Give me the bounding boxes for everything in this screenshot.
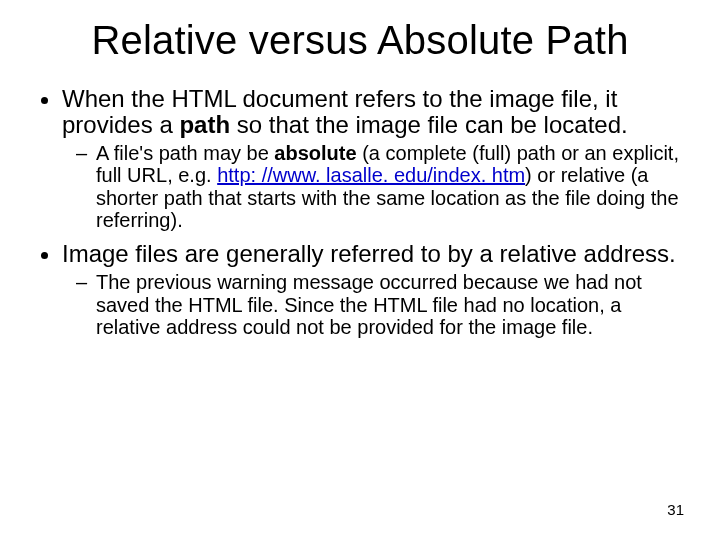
bullet-1: When the HTML document refers to the ima… <box>62 86 684 231</box>
page-number: 31 <box>667 501 684 518</box>
url-link[interactable]: http: //www. lasalle. edu/index. htm <box>217 164 525 186</box>
sub-bullet-1-bold: absolute <box>274 142 356 164</box>
sub-bullet-2-text: The previous warning message occurred be… <box>96 271 642 338</box>
slide-title: Relative versus Absolute Path <box>0 18 720 63</box>
bullet-2: Image files are generally referred to by… <box>62 241 684 338</box>
slide: Relative versus Absolute Path When the H… <box>0 0 720 540</box>
sub-bullet-2: The previous warning message occurred be… <box>96 271 684 338</box>
sub-bullet-1: A file's path may be absolute (a complet… <box>96 142 684 232</box>
sub-bullet-list-1: A file's path may be absolute (a complet… <box>62 142 684 232</box>
sub-bullet-1-pre: A file's path may be <box>96 142 274 164</box>
sub-bullet-list-2: The previous warning message occurred be… <box>62 271 684 338</box>
bullet-1-text-post: so that the image file can be located. <box>230 111 628 138</box>
bullet-2-text: Image files are generally referred to by… <box>62 240 676 267</box>
bullet-1-text-bold: path <box>179 111 230 138</box>
slide-body: When the HTML document refers to the ima… <box>36 86 684 348</box>
bullet-list: When the HTML document refers to the ima… <box>36 86 684 338</box>
